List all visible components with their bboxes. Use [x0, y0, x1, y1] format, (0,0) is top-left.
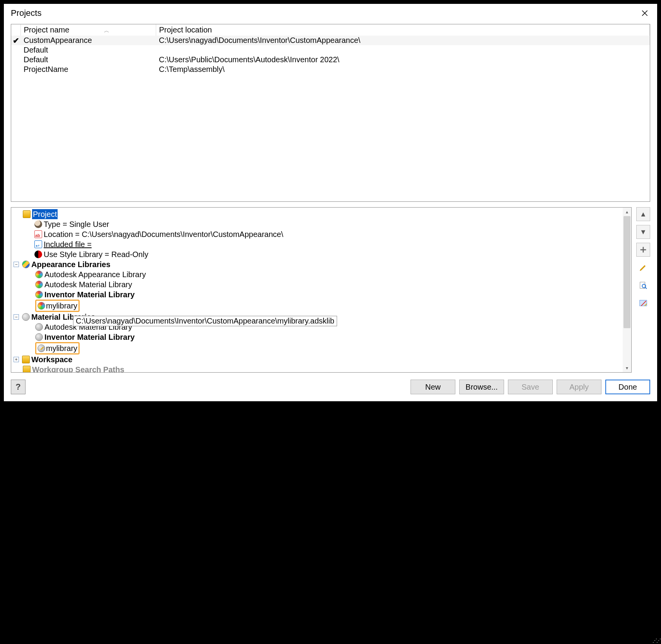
configure-button[interactable] [636, 296, 650, 310]
scroll-down-icon[interactable]: ▾ [623, 364, 631, 372]
material-item-icon [37, 344, 45, 352]
titlebar: Projects [4, 4, 657, 24]
material-item-icon [35, 333, 43, 341]
collapse-icon[interactable]: − [14, 262, 19, 267]
workgroup-icon [23, 366, 31, 373]
help-button[interactable]: ? [11, 380, 26, 394]
appearance-item-icon [35, 291, 43, 298]
tree-type[interactable]: Type = Single User [14, 219, 629, 229]
expand-icon[interactable]: + [14, 357, 19, 362]
tree-appearance-item[interactable]: Inventor Material Library [14, 290, 629, 300]
close-button[interactable] [639, 8, 650, 19]
active-check-icon: ✔ [13, 36, 19, 45]
table-row[interactable]: Default C:\Users\Public\Documents\Autode… [11, 55, 650, 65]
dialog-title: Projects [11, 8, 41, 18]
tree-included-file[interactable]: Included file = [14, 239, 629, 249]
user-icon [34, 220, 42, 228]
tree-appearance-item[interactable]: Autodesk Material Library [14, 279, 629, 290]
table-row[interactable]: ✔ CustomAppearance C:\Users\nagyad\Docum… [11, 36, 650, 45]
new-button[interactable]: New [411, 380, 455, 394]
collapse-icon[interactable]: − [14, 314, 19, 320]
tooltip: C:\Users\nagyad\Documents\Inventor\Custo… [73, 316, 337, 326]
style-icon [34, 250, 42, 258]
sort-asc-icon: ︿ [69, 27, 109, 34]
scroll-thumb[interactable] [624, 216, 630, 328]
move-down-button[interactable]: ▼ [636, 225, 650, 239]
tree-appearance-item[interactable]: Autodesk Appearance Library [14, 269, 629, 279]
tree-appearance-libraries[interactable]: − Appearance Libraries [14, 259, 629, 269]
tree-location[interactable]: Location = C:\Users\nagyad\Documents\Inv… [14, 229, 629, 239]
appearance-item-icon [35, 281, 43, 288]
edit-button[interactable] [636, 261, 650, 274]
workspace-icon [22, 356, 30, 363]
browse-button[interactable]: Browse... [459, 380, 504, 394]
tree-style-library[interactable]: Use Style Library = Read-Only [14, 249, 629, 259]
column-project-location[interactable]: Project location [156, 24, 650, 36]
material-lib-icon [22, 313, 30, 321]
appearance-item-icon [35, 271, 43, 278]
tree-material-item-mylibrary[interactable]: mylibrary [14, 342, 629, 354]
bottom-bar: ? New Browse... Save Apply Done [4, 373, 657, 401]
apply-button[interactable]: Apply [557, 380, 601, 394]
tree-scrollbar[interactable]: ▴ ▾ [623, 208, 631, 372]
include-icon [34, 240, 42, 248]
side-toolbar: ▲ ▼ [632, 207, 650, 373]
appearance-item-icon [37, 302, 45, 310]
table-row[interactable]: Default [11, 45, 650, 55]
move-up-button[interactable]: ▲ [636, 207, 650, 221]
save-button[interactable]: Save [508, 380, 553, 394]
project-list[interactable]: Project name︿ Project location ✔ CustomA… [11, 24, 650, 202]
column-project-name[interactable]: Project name︿ [20, 24, 156, 36]
table-row[interactable]: ProjectName C:\Temp\assembly\ [11, 65, 650, 74]
find-button[interactable] [636, 278, 650, 292]
material-item-icon [35, 323, 43, 331]
done-button[interactable]: Done [605, 380, 650, 394]
tree-material-item[interactable]: Inventor Material Library [14, 332, 629, 342]
tree-appearance-item-mylibrary[interactable]: mylibrary [14, 300, 629, 312]
tree-workgroup[interactable]: Workgroup Search Paths [14, 365, 629, 373]
tree-workspace[interactable]: + Workspace [14, 354, 629, 365]
add-button[interactable] [636, 243, 650, 257]
scroll-up-icon[interactable]: ▴ [623, 208, 631, 216]
project-tree[interactable]: Project Type = Single User Location = C:… [11, 207, 632, 373]
location-icon [34, 230, 42, 238]
tree-root[interactable]: Project [14, 209, 629, 219]
appearance-lib-icon [22, 261, 30, 268]
projects-dialog: Projects Project name︿ Project location [4, 4, 657, 401]
project-icon [23, 210, 31, 218]
